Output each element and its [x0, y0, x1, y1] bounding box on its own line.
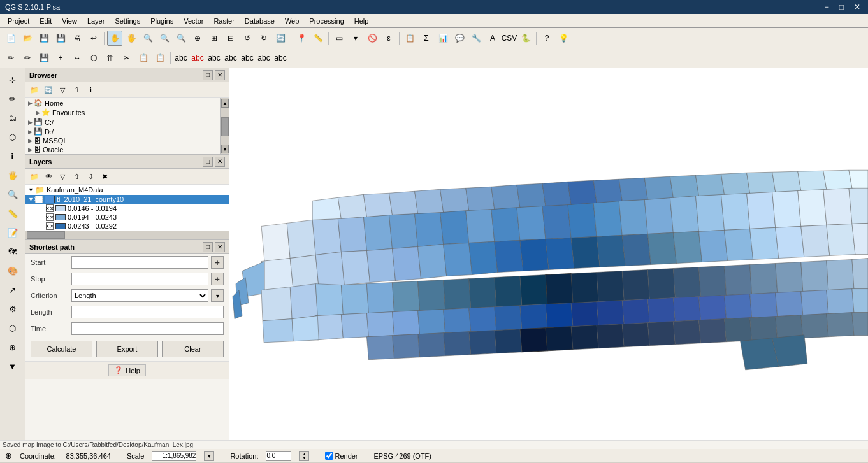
pan-map-button[interactable]: 🖐: [124, 31, 139, 46]
tips-button[interactable]: 💡: [556, 31, 571, 46]
deselect-button[interactable]: 🚫: [365, 31, 380, 46]
feature-tool[interactable]: ⬡: [4, 128, 22, 146]
help-button[interactable]: ❓ Help: [108, 364, 146, 376]
maximize-button[interactable]: □: [837, 3, 846, 11]
label-tool-1[interactable]: abc: [173, 50, 189, 66]
rotation-input[interactable]: [266, 451, 291, 461]
close-button[interactable]: ✕: [851, 3, 863, 11]
identify-tool[interactable]: ℹ: [4, 147, 22, 165]
layer-group-kaufman[interactable]: ▼ 📁 Kaufman_M4Data: [25, 185, 229, 195]
layers-expand-button[interactable]: □: [203, 157, 213, 167]
rotation-spinner[interactable]: ▲ ▼: [299, 451, 309, 461]
layers-add-group[interactable]: 📁: [28, 170, 41, 183]
route-tool[interactable]: ↗: [4, 281, 22, 299]
zoom-last-button[interactable]: ↺: [240, 31, 255, 46]
export-button[interactable]: Export: [96, 341, 158, 357]
menu-raster[interactable]: Raster: [208, 16, 239, 26]
identify-button[interactable]: 🔍: [140, 31, 156, 46]
start-input[interactable]: [71, 256, 208, 269]
select-expr-button[interactable]: ε: [381, 31, 396, 46]
tree-item-oracle[interactable]: ▶ 🗄 Oracle: [25, 145, 220, 154]
layers-remove[interactable]: ✖: [98, 170, 111, 183]
select-tool[interactable]: ⊹: [4, 71, 22, 89]
label-tool-2[interactable]: abc: [190, 50, 205, 66]
refresh-button[interactable]: 🔄: [273, 31, 288, 46]
menu-plugins[interactable]: Plugins: [145, 16, 178, 26]
csv-button[interactable]: CSV: [502, 31, 517, 46]
stop-input[interactable]: [71, 273, 208, 285]
new-project-button[interactable]: 📄: [3, 31, 18, 46]
scrollbar-down[interactable]: ▼: [221, 145, 229, 153]
scrollbar-thumb[interactable]: [221, 117, 229, 136]
menu-edit[interactable]: Edit: [34, 16, 57, 26]
python-button[interactable]: 🐍: [518, 31, 533, 46]
edit-button[interactable]: ✏: [20, 50, 35, 66]
layers-visibility[interactable]: 👁: [42, 170, 55, 183]
help-button[interactable]: ?: [539, 31, 554, 46]
plugin-tool-2[interactable]: ⬡: [4, 319, 22, 337]
annotation-tool[interactable]: 📝: [4, 224, 22, 241]
pan-tool[interactable]: 🖐: [4, 166, 22, 184]
label-tool-7[interactable]: abc: [273, 50, 288, 66]
tree-item-mssql[interactable]: ▶ 🗄 MSSQL: [25, 136, 220, 145]
layers-hscrollbar[interactable]: [25, 231, 229, 239]
browser-add-button[interactable]: 📁: [28, 83, 41, 96]
calculate-button[interactable]: Calculate: [31, 341, 92, 357]
pan-button[interactable]: ✋: [107, 31, 122, 46]
select-button[interactable]: ▭: [331, 31, 347, 46]
clear-button[interactable]: Clear: [162, 341, 224, 357]
legend-check-2[interactable]: ✕: [46, 213, 54, 221]
legend-check-1[interactable]: ✕: [46, 204, 54, 212]
plugin-tool-1[interactable]: ⚙: [4, 300, 22, 318]
zoom-in-button[interactable]: 🔍: [157, 31, 172, 46]
layer-county10[interactable]: ▼ ✕ tl_2010_21_county10: [25, 195, 229, 204]
save-as-button[interactable]: 💾: [53, 31, 68, 46]
save-project-button[interactable]: 💾: [36, 31, 52, 46]
menu-database[interactable]: Database: [240, 16, 280, 26]
delete-button[interactable]: 🗑: [103, 50, 118, 66]
menu-processing[interactable]: Processing: [304, 16, 349, 26]
start-add-button[interactable]: +: [211, 256, 224, 269]
cut-button[interactable]: ✂: [119, 50, 134, 66]
field-calc-button[interactable]: Σ: [419, 31, 434, 46]
menu-view[interactable]: View: [57, 16, 82, 26]
browser-collapse-button[interactable]: ⇧: [70, 83, 83, 96]
length-input[interactable]: [71, 306, 224, 318]
snap-tool[interactable]: ⊕: [4, 338, 22, 356]
layers-move-up[interactable]: ⇧: [70, 170, 83, 183]
move-feature-button[interactable]: ↔: [69, 50, 85, 66]
tree-item-d[interactable]: ▶ 💾 D:/: [25, 127, 220, 136]
sp-expand-button[interactable]: □: [203, 242, 213, 252]
add-feature-button[interactable]: +: [53, 50, 68, 66]
menu-layer[interactable]: Layer: [82, 16, 110, 26]
criterion-select[interactable]: Length Time: [71, 289, 208, 302]
undo-button[interactable]: ↩: [86, 31, 101, 46]
tree-item-home[interactable]: ▶ 🏠 Home: [25, 98, 220, 108]
minimize-button[interactable]: −: [822, 3, 832, 11]
zoom-out-button[interactable]: 🔍: [173, 31, 189, 46]
browser-refresh-button[interactable]: 🔄: [42, 83, 55, 96]
add-annotation-button[interactable]: 💬: [452, 31, 467, 46]
location-button[interactable]: 📍: [294, 31, 309, 46]
browser-scrollbar[interactable]: ▲ ▼: [220, 98, 229, 154]
map-tool[interactable]: 🗺: [4, 243, 22, 260]
layer-tool[interactable]: 🗂: [4, 109, 22, 127]
attribute-table-button[interactable]: 📋: [402, 31, 417, 46]
browser-filter-button[interactable]: ▽: [56, 83, 69, 96]
menu-vector[interactable]: Vector: [178, 16, 208, 26]
digitize-button[interactable]: ✏: [3, 50, 18, 66]
legend-check-3[interactable]: ✕: [46, 222, 54, 230]
measure-button[interactable]: 📏: [310, 31, 326, 46]
save-edits-button[interactable]: 💾: [36, 50, 52, 66]
label-button[interactable]: A: [485, 31, 500, 46]
node-tool-button[interactable]: ⬡: [86, 50, 101, 66]
label-tool-3[interactable]: abc: [206, 50, 222, 66]
menu-web[interactable]: Web: [280, 16, 304, 26]
criterion-dropdown-arrow[interactable]: ▾: [211, 289, 224, 302]
hscroll-thumb[interactable]: [27, 231, 65, 239]
digitize-tool[interactable]: ✏: [4, 90, 22, 108]
zoom-next-button[interactable]: ↻: [256, 31, 271, 46]
label-tool-5[interactable]: abc: [240, 50, 255, 66]
select-dropdown[interactable]: ▾: [348, 31, 363, 46]
layers-move-down[interactable]: ⇩: [84, 170, 97, 183]
